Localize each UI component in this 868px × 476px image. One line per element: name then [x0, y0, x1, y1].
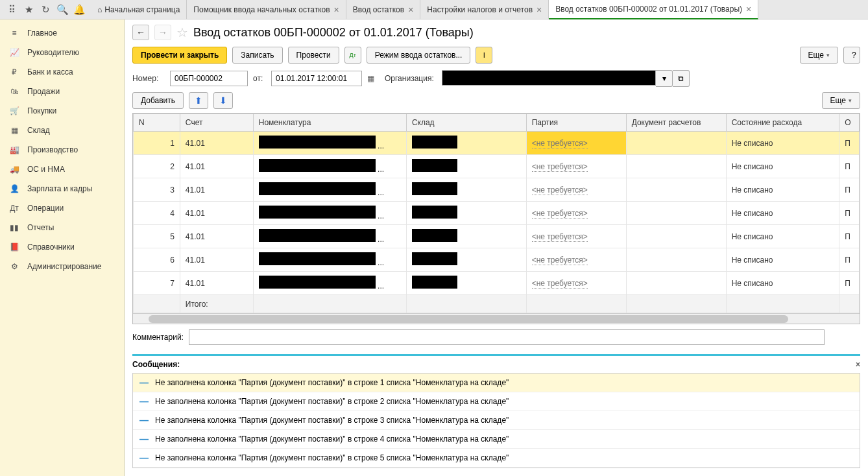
sidebar-item[interactable]: ≡Главное — [0, 23, 124, 43]
table-row[interactable]: 141.01 ...<не требуется>Не списаноП — [134, 132, 860, 155]
comment-row: Комментарий: — [125, 324, 868, 350]
sidebar-item[interactable]: 🚚ОС и НМА — [0, 160, 124, 179]
number-input[interactable] — [170, 71, 248, 86]
tab[interactable]: ⌂Начальная страница — [91, 0, 187, 19]
message-row[interactable]: —Не заполнена колонка "Партия (документ … — [133, 411, 860, 430]
close-icon[interactable]: × — [334, 5, 339, 15]
page-title: Ввод остатков 00БП-000002 от 01.01.2017 … — [193, 26, 474, 40]
comment-input[interactable] — [189, 329, 825, 345]
post-button[interactable]: Провести — [288, 47, 339, 64]
table-row[interactable]: 741.01 ...<не требуется>Не списаноП — [134, 272, 860, 295]
col-n[interactable]: N — [134, 114, 180, 132]
message-text: Не заполнена колонка "Партия (документ п… — [155, 434, 509, 444]
batch-link[interactable]: <не требуется> — [532, 279, 588, 289]
table-row[interactable]: 641.01 ...<не требуется>Не списаноП — [134, 248, 860, 272]
org-open-button[interactable]: ⧉ — [673, 70, 690, 87]
move-down-button[interactable]: ⬇ — [213, 92, 233, 109]
sidebar-label: Администрирование — [27, 262, 101, 271]
sidebar-label: Зарплата и кадры — [27, 184, 92, 193]
info-button[interactable]: i — [476, 47, 492, 64]
mode-button[interactable]: Режим ввода остатков... — [367, 47, 471, 64]
calendar-icon[interactable]: ▦ — [367, 74, 374, 83]
org-input[interactable] — [442, 70, 656, 86]
bell-icon[interactable]: 🔔 — [71, 2, 87, 18]
close-icon[interactable]: × — [746, 4, 751, 14]
help-button[interactable]: ? — [843, 47, 860, 64]
sidebar-item[interactable]: ДтОперации — [0, 198, 124, 218]
sidebar-icon: 🚚 — [9, 165, 19, 174]
search-icon[interactable]: 🔍 — [54, 2, 70, 18]
sidebar-item[interactable]: ▦Склад — [0, 121, 124, 140]
batch-link[interactable]: <не требуется> — [532, 162, 588, 172]
col-doc[interactable]: Документ расчетов — [626, 114, 726, 132]
batch-link[interactable]: <не требуется> — [532, 256, 588, 265]
col-warehouse[interactable]: Склад — [406, 114, 526, 132]
table-more-button[interactable]: Еще — [822, 92, 860, 109]
tab-label: Настройки налогов и отчетов — [427, 5, 533, 14]
add-button[interactable]: Добавить — [132, 92, 184, 109]
tab-bar: ⌂Начальная страницаПомощник ввода началь… — [91, 0, 758, 19]
sidebar-icon: 📕 — [9, 243, 19, 252]
table-row[interactable]: 241.01 ...<не требуется>Не списаноП — [134, 155, 860, 178]
more-button[interactable]: Еще — [800, 47, 838, 64]
message-row[interactable]: —Не заполнена колонка "Партия (документ … — [133, 374, 860, 392]
post-close-button[interactable]: Провести и закрыть — [132, 47, 227, 64]
action-bar: Провести и закрыть Записать Провести Дт … — [125, 43, 868, 67]
table-row[interactable]: 541.01 ...<не требуется>Не списаноП — [134, 225, 860, 248]
sidebar-item[interactable]: 🛒Покупки — [0, 101, 124, 121]
table-toolbar: Добавить ⬆ ⬇ Еще — [125, 89, 868, 113]
favorite-icon[interactable]: ☆ — [176, 25, 188, 40]
col-nomenclature[interactable]: Номенклатура — [253, 114, 406, 132]
sidebar-item[interactable]: 🏭Производство — [0, 140, 124, 160]
history-icon[interactable]: ↻ — [38, 2, 53, 18]
sidebar-icon: ⚙ — [9, 262, 19, 271]
batch-link[interactable]: <не требуется> — [532, 185, 588, 195]
col-account[interactable]: Счет — [180, 114, 253, 132]
move-up-button[interactable]: ⬆ — [189, 92, 208, 109]
table-row[interactable]: 341.01 ...<не требуется>Не списаноП — [134, 178, 860, 202]
message-text: Не заполнена колонка "Партия (документ п… — [155, 453, 509, 462]
star-icon[interactable]: ★ — [21, 2, 36, 18]
tab[interactable]: Помощник ввода начальных остатков× — [187, 0, 346, 19]
col-batch[interactable]: Партия — [526, 114, 626, 132]
sidebar-item[interactable]: 📕Справочники — [0, 237, 124, 257]
title-row: ← → ☆ Ввод остатков 00БП-000002 от 01.01… — [125, 19, 868, 43]
close-icon[interactable]: × — [536, 5, 542, 15]
tab-label: Ввод остатков 00БП-000002 от 01.01.2017 … — [555, 5, 742, 14]
save-button[interactable]: Записать — [232, 47, 282, 64]
date-input[interactable] — [271, 71, 362, 86]
apps-icon[interactable]: ⠿ — [4, 2, 19, 18]
top-toolbar: ⠿ ★ ↻ 🔍 🔔 ⌂Начальная страницаПомощник вв… — [0, 0, 868, 19]
main-content: ← → ☆ Ввод остатков 00БП-000002 от 01.01… — [125, 19, 868, 476]
close-icon[interactable]: × — [408, 5, 413, 15]
messages-list: —Не заполнена колонка "Партия (документ … — [132, 373, 860, 468]
sidebar-item[interactable]: 👤Зарплата и кадры — [0, 179, 124, 198]
batch-link[interactable]: <не требуется> — [532, 209, 588, 219]
dtkt-button[interactable]: Дт — [344, 47, 361, 64]
message-row[interactable]: —Не заполнена колонка "Партия (документ … — [133, 392, 860, 411]
sidebar-item[interactable]: ⚙Администрирование — [0, 257, 124, 276]
col-p[interactable]: О — [839, 114, 860, 132]
horizontal-scrollbar[interactable] — [133, 313, 860, 324]
data-table[interactable]: N Счет Номенклатура Склад Партия Докумен… — [133, 113, 860, 313]
batch-link[interactable]: <не требуется> — [532, 139, 588, 149]
message-row[interactable]: —Не заполнена колонка "Партия (документ … — [133, 430, 860, 449]
table-row[interactable]: 441.01 ...<не требуется>Не списаноП — [134, 202, 860, 225]
message-text: Не заполнена колонка "Партия (документ п… — [155, 378, 509, 387]
toolbar-icons: ⠿ ★ ↻ 🔍 🔔 — [0, 2, 91, 18]
sidebar-item[interactable]: ▮▮Отчеты — [0, 218, 124, 237]
batch-link[interactable]: <не требуется> — [532, 232, 588, 242]
forward-button[interactable]: → — [154, 25, 171, 40]
sidebar-item[interactable]: ₽Банк и касса — [0, 62, 124, 82]
sidebar-icon: 📈 — [9, 48, 19, 57]
org-dropdown-button[interactable]: ▾ — [656, 70, 673, 87]
sidebar-item[interactable]: 🛍Продажи — [0, 82, 124, 101]
back-button[interactable]: ← — [132, 25, 149, 40]
sidebar-item[interactable]: 📈Руководителю — [0, 43, 124, 62]
tab[interactable]: Ввод остатков 00БП-000002 от 01.01.2017 … — [549, 0, 758, 19]
tab[interactable]: Настройки налогов и отчетов× — [420, 0, 549, 19]
tab[interactable]: Ввод остатков× — [346, 0, 421, 19]
message-row[interactable]: —Не заполнена колонка "Партия (документ … — [133, 449, 860, 468]
col-state[interactable]: Состояние расхода — [726, 114, 839, 132]
messages-close-icon[interactable]: × — [856, 360, 860, 369]
